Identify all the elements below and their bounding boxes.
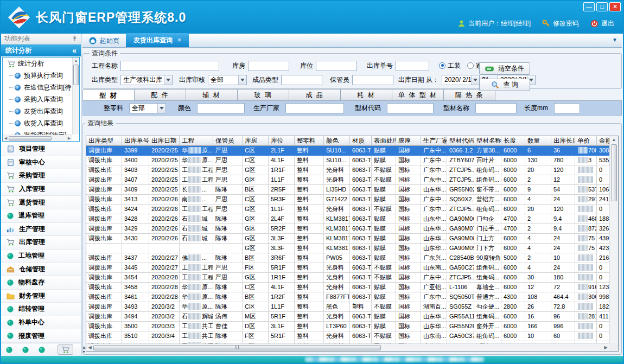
- sidebar-item-1[interactable]: 项目管理: [1, 143, 81, 156]
- table-row[interactable]: 调拨出库35002020/3/3工共工程曹佳D区3L1F整料LT3P606063…: [86, 322, 609, 331]
- table-row[interactable]: 调拨出库34942020/3/2石辉城汤伟M区5R1F整料光身料6063-T5贴…: [86, 312, 609, 322]
- warehouse-input[interactable]: [248, 61, 289, 71]
- logout-button[interactable]: 退出: [590, 19, 614, 28]
- circle-icon[interactable]: [22, 346, 29, 354]
- tab-active[interactable]: 发货出库查询 ×: [126, 33, 189, 47]
- table-row[interactable]: 调拨出库34612020/2/28华原...陈琳B区1R2F整料F8877FT6…: [86, 292, 609, 302]
- tree-root[interactable]: 统计分析: [3, 58, 72, 69]
- minimize-button[interactable]: —: [583, 2, 595, 11]
- tree-item-6[interactable]: 退货查询[待定]: [3, 129, 72, 135]
- sidebar-item-4[interactable]: 入库管理: [1, 183, 81, 196]
- color-input[interactable]: [197, 103, 245, 113]
- scrollbar-thumb[interactable]: [611, 144, 617, 201]
- sidebar-item-10[interactable]: 仓储管理: [1, 263, 81, 276]
- sidebar-item-2[interactable]: 审核中心: [1, 156, 81, 170]
- table-row[interactable]: 调拨出库34072020/2/25工工程严思G区1L1F整料光身料6063-T5…: [86, 175, 609, 185]
- tree-horizontal-scrollbar[interactable]: ◀ ▶: [3, 135, 72, 141]
- table-row[interactable]: 调拨出库34132020/2/26南...严思C区5R3F整料G71422606…: [86, 195, 609, 205]
- material-tab-1[interactable]: 型 材: [82, 90, 135, 100]
- scrollbar-thumb[interactable]: [93, 345, 381, 350]
- location-input[interactable]: [316, 61, 357, 71]
- column-header[interactable]: 颜色: [324, 136, 350, 146]
- column-header[interactable]: 型材名称: [474, 136, 501, 146]
- radio-gongzhuang[interactable]: 工装: [439, 61, 461, 71]
- search-button[interactable]: 查 询: [479, 79, 530, 91]
- column-header[interactable]: 工程: [180, 136, 213, 146]
- date-from-dropdown[interactable]: 2020/ 2/16: [442, 75, 480, 85]
- material-tab-7[interactable]: 单 体 型 材: [392, 89, 444, 100]
- sidebar-item-14[interactable]: 补单中心: [1, 316, 81, 330]
- table-row[interactable]: 调拨出库34542020/2/28工工程严思G区1R1F整料光身料6063-T5…: [86, 273, 609, 283]
- whole-part-dropdown[interactable]: 全部: [129, 103, 166, 113]
- table-row[interactable]: 调拨出库35102020/3/4工共工程陈琳F区5R1F整料光身料6063-T5…: [86, 331, 609, 341]
- column-header[interactable]: 生产厂家: [421, 136, 447, 146]
- out-type-dropdown[interactable]: 生产领料出库: [120, 75, 173, 85]
- table-row[interactable]: 调拨出库34282020/2/26石城陈琳G区2L4F整料KLM38176063…: [86, 214, 609, 224]
- profile-code-input[interactable]: [387, 103, 434, 113]
- column-header[interactable]: 金额: [597, 136, 609, 146]
- maximize-button[interactable]: □: [596, 2, 608, 11]
- profile-name-input[interactable]: [475, 103, 517, 113]
- scroll-up-icon[interactable]: ▲: [73, 58, 79, 64]
- sidebar-item-3[interactable]: 采购管理: [1, 169, 81, 183]
- column-header[interactable]: 出库单号: [122, 136, 149, 146]
- scroll-right-icon[interactable]: ▶: [66, 136, 72, 141]
- tab-close-icon[interactable]: ×: [177, 36, 181, 44]
- scrollbar-thumb[interactable]: [9, 136, 52, 141]
- table-row[interactable]: 调拨出库34452020/2/27工工程严思F区5R1F整料光身料6063-T5…: [86, 263, 609, 273]
- collapse-icon[interactable]: «: [72, 46, 77, 55]
- column-header[interactable]: 长度: [501, 136, 525, 146]
- order-no-input[interactable]: [396, 61, 429, 71]
- table-row[interactable]: 调拨出库34092020/2/25长...陈琳B区2R5F整料LI35HD606…: [86, 185, 609, 195]
- sidebar-item-13[interactable]: 结转管理: [1, 303, 81, 316]
- table-row[interactable]: 调拨出库34582020/2/28华原...陈琳C区4L1F整料光身料6063-…: [86, 283, 609, 292]
- length-input[interactable]: [554, 103, 580, 113]
- scroll-up-icon[interactable]: ▲: [610, 136, 618, 144]
- tree-item-1[interactable]: 预算执行查询: [3, 69, 72, 81]
- sidebar-item-15[interactable]: 报废管理: [1, 329, 81, 343]
- product-type-input[interactable]: [281, 75, 322, 85]
- table-row[interactable]: 调拨出库34302020/2/26石城陈琳G区3L3F整料KLM38176063…: [86, 234, 609, 244]
- tree-item-5[interactable]: 收货入库查询: [3, 117, 72, 129]
- cart-button[interactable]: [58, 344, 73, 355]
- column-header[interactable]: 表面处理: [372, 136, 396, 146]
- column-header[interactable]: 出库日期: [149, 136, 180, 146]
- sidebar-item-7[interactable]: 生产管理: [1, 223, 81, 237]
- table-row[interactable]: 调拨出库34002020/2/25华原...严思C区4L1F整料SU10...6…: [86, 156, 609, 165]
- circle-icon[interactable]: [5, 346, 13, 354]
- material-tab-4[interactable]: 玻 璃: [237, 89, 289, 100]
- close-button[interactable]: ✕: [609, 2, 621, 11]
- tab-list-caret-icon[interactable]: ▼: [612, 37, 617, 43]
- table-row[interactable]: 调拨出库34932020/3/2华原...陈琳C区1L1F整料黑色塑料不贴膜国标…: [86, 302, 609, 312]
- sidebar-item-5[interactable]: 退货管理: [1, 196, 81, 209]
- column-header[interactable]: 型材代码: [447, 136, 474, 146]
- table-row[interactable]: G区3L3F整料KLM38176063-T5贴膜国标山东华...GA90M09.…: [86, 244, 609, 253]
- tree-item-2[interactable]: 在途信息查询[待: [3, 81, 72, 93]
- pin-icon[interactable]: [72, 36, 78, 42]
- tree-item-3[interactable]: 采购入库查询: [3, 93, 72, 105]
- table-row[interactable]: 调拨出库34032020/2/25工工程严思G区1R1F整料光身料6063-T5…: [86, 165, 609, 175]
- clear-conditions-button[interactable]: 清空条件: [479, 62, 530, 75]
- scrollbar-thumb[interactable]: [73, 65, 79, 85]
- sidebar-item-8[interactable]: 出库管理: [1, 236, 81, 250]
- scroll-left-icon[interactable]: ◀: [86, 345, 93, 350]
- column-header[interactable]: 保管员: [213, 136, 243, 146]
- column-header[interactable]: 库位: [269, 136, 295, 146]
- table-row[interactable]: 调拨出库33992020/2/25华原...严思C区2L1F整料SU10...6…: [86, 146, 609, 156]
- table-row[interactable]: 调拨出库34242020/2/26工工程严思G区1L1F整料光身料6063-T5…: [86, 205, 609, 214]
- column-header[interactable]: 材质: [350, 136, 372, 146]
- change-password-button[interactable]: 修改密码: [542, 19, 579, 28]
- material-tab-5[interactable]: 成 品: [289, 89, 341, 100]
- material-tab-3[interactable]: 辅 材: [186, 89, 238, 100]
- tab-home[interactable]: 起始页: [82, 34, 126, 47]
- table-row[interactable]: 调拨出库34292020/2/26石城陈琳G区5R2F整料KLM38176063…: [86, 224, 609, 234]
- tree-item-4[interactable]: 发货出库查询: [3, 105, 72, 117]
- scroll-right-icon[interactable]: ▶: [602, 345, 609, 350]
- grid-vertical-scrollbar[interactable]: ▲: [609, 136, 618, 343]
- column-header[interactable]: 库房: [243, 136, 269, 146]
- sidebar-item-6[interactable]: 退库管理: [1, 209, 81, 223]
- tree-vertical-scrollbar[interactable]: ▲: [72, 58, 79, 135]
- circle-icon[interactable]: [38, 346, 46, 354]
- audit-dropdown[interactable]: 全部: [208, 75, 247, 85]
- column-header[interactable]: 数量: [525, 136, 551, 146]
